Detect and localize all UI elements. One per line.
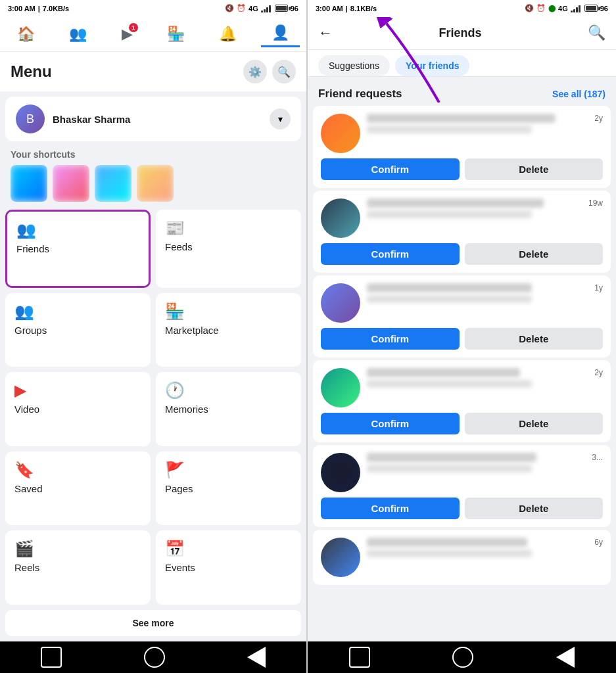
delete-button-5[interactable]: Delete xyxy=(465,498,604,519)
request-top-1 xyxy=(321,114,603,153)
time-left: 3:00 AM xyxy=(8,5,36,12)
tab-suggestions[interactable]: Suggestions xyxy=(318,55,390,76)
request-avatar-2 xyxy=(321,198,360,238)
network-left: 4G xyxy=(249,5,258,12)
request-actions-1: Confirm Delete xyxy=(321,158,603,180)
android-back-button-right[interactable] xyxy=(556,647,575,668)
request-top-5 xyxy=(321,453,603,492)
request-card-5: 3... Confirm Delete xyxy=(313,445,611,527)
request-actions-4: Confirm Delete xyxy=(321,413,603,434)
battery-right xyxy=(584,5,598,12)
video-badge: 1 xyxy=(129,23,138,32)
nav-home[interactable]: 🏠 xyxy=(7,22,45,47)
home-icon: 🏠 xyxy=(17,26,35,43)
request-avatar-1 xyxy=(321,114,360,153)
pages-menu-label: Pages xyxy=(165,483,292,494)
android-recents-button-right[interactable] xyxy=(349,647,370,668)
delete-button-4[interactable]: Delete xyxy=(465,413,604,434)
request-time-4: 2y xyxy=(594,368,603,377)
request-meta-blur-5 xyxy=(367,465,532,473)
search-button[interactable]: 🔍 xyxy=(272,60,296,83)
friends-menu-label: Friends xyxy=(16,243,139,254)
nav-marketplace[interactable]: 🏪 xyxy=(156,22,195,47)
request-name-blur-5 xyxy=(367,453,536,462)
request-card-1: 2y Confirm Delete xyxy=(313,106,611,188)
request-info-6 xyxy=(367,538,603,557)
delete-button-3[interactable]: Delete xyxy=(465,328,604,350)
nav-bell[interactable]: 🔔 xyxy=(208,22,247,47)
nav-friends[interactable]: 👥 xyxy=(59,22,97,47)
friends-content: Friend requests See all (187) 2y Confirm… xyxy=(308,77,616,641)
confirm-button-3[interactable]: Confirm xyxy=(321,328,460,350)
menu-cell-video[interactable]: ▶ Video xyxy=(5,372,151,446)
shortcut-2[interactable] xyxy=(53,165,89,202)
bottom-nav-left xyxy=(0,641,306,673)
android-home-button[interactable] xyxy=(144,647,165,668)
delete-button-2[interactable]: Delete xyxy=(465,243,604,265)
request-info-5 xyxy=(367,453,603,473)
android-back-button[interactable] xyxy=(247,647,266,668)
menu-cell-saved[interactable]: 🔖 Saved xyxy=(5,452,151,526)
memories-menu-label: Memories xyxy=(165,404,292,415)
profile-chevron-button[interactable]: ▾ xyxy=(270,108,291,129)
menu-header-icons: ⚙️ 🔍 xyxy=(243,60,296,83)
avatar: B xyxy=(16,104,45,133)
request-time-3: 1y xyxy=(594,283,603,292)
search-button-right[interactable]: 🔍 xyxy=(588,24,605,41)
android-recents-button[interactable] xyxy=(41,647,62,668)
confirm-button-5[interactable]: Confirm xyxy=(321,498,460,519)
menu-cell-reels[interactable]: 🎬 Reels xyxy=(5,530,151,605)
data-speed-value-left: 7.0KB/s xyxy=(43,5,69,12)
alarm-icon-right: ⏰ xyxy=(536,4,546,12)
battery-pct-left: 96 xyxy=(291,5,298,12)
menu-cell-pages[interactable]: 🚩 Pages xyxy=(156,452,301,526)
shortcut-1[interactable] xyxy=(11,165,47,202)
menu-cell-marketplace[interactable]: 🏪 Marketplace xyxy=(156,293,301,367)
gear-icon: ⚙️ xyxy=(249,66,262,78)
request-card-6: 6y xyxy=(313,530,611,585)
nav-profile[interactable]: 👤 xyxy=(261,20,300,47)
profile-name: Bhaskar Sharma xyxy=(53,114,130,125)
see-more-button[interactable]: See more xyxy=(5,610,301,636)
memories-menu-icon: 🕐 xyxy=(165,381,292,400)
android-home-button-right[interactable] xyxy=(452,647,473,668)
status-time-right: 3:00 AM | 8.1KB/s xyxy=(316,5,377,12)
video-menu-icon: ▶ xyxy=(14,381,141,400)
settings-button[interactable]: ⚙️ xyxy=(243,60,267,83)
see-all-link[interactable]: See all (187) xyxy=(552,89,605,99)
confirm-button-4[interactable]: Confirm xyxy=(321,413,460,434)
bell-icon: 🔔 xyxy=(219,26,237,43)
menu-cell-friends[interactable]: 👥 Friends xyxy=(5,210,151,288)
avatar-initials: B xyxy=(26,112,34,126)
battery-left xyxy=(275,5,288,12)
request-name-blur-4 xyxy=(367,368,520,377)
request-info-3 xyxy=(367,283,603,303)
shortcut-3[interactable] xyxy=(95,165,131,202)
request-top-6 xyxy=(321,538,603,577)
menu-cell-feeds[interactable]: 📰 Feeds xyxy=(156,210,301,288)
signal-bars-left xyxy=(261,5,271,12)
profile-nav-icon: 👤 xyxy=(272,24,289,41)
tab-your-friends[interactable]: Your friends xyxy=(395,55,469,76)
shortcut-3-img xyxy=(95,165,131,202)
section-header: Friend requests See all (187) xyxy=(308,82,616,103)
menu-cell-groups[interactable]: 👥 Groups xyxy=(5,293,151,367)
video-menu-label: Video xyxy=(14,404,141,415)
bar2 xyxy=(264,9,266,12)
back-button[interactable]: ← xyxy=(318,24,333,41)
menu-cell-memories[interactable]: 🕐 Memories xyxy=(156,372,301,446)
status-bar-right: 3:00 AM | 8.1KB/s 🔇 ⏰ ⬤ 4G 96 xyxy=(308,0,616,16)
profile-row[interactable]: B Bhaskar Sharma ▾ xyxy=(5,97,301,141)
menu-cell-events[interactable]: 📅 Events xyxy=(156,530,301,605)
friends-tabs: Suggestions Your friends xyxy=(308,50,616,77)
request-time-2: 19w xyxy=(588,198,603,208)
request-name-blur-3 xyxy=(367,283,532,292)
shortcut-4[interactable] xyxy=(137,165,174,202)
request-meta-blur-3 xyxy=(367,295,532,303)
delete-button-1[interactable]: Delete xyxy=(465,158,604,180)
separator-right: | xyxy=(346,5,348,12)
request-card-3: 1y Confirm Delete xyxy=(313,275,611,358)
confirm-button-2[interactable]: Confirm xyxy=(321,243,460,265)
nav-video[interactable]: ▶ 1 xyxy=(111,22,143,47)
confirm-button-1[interactable]: Confirm xyxy=(321,158,460,180)
